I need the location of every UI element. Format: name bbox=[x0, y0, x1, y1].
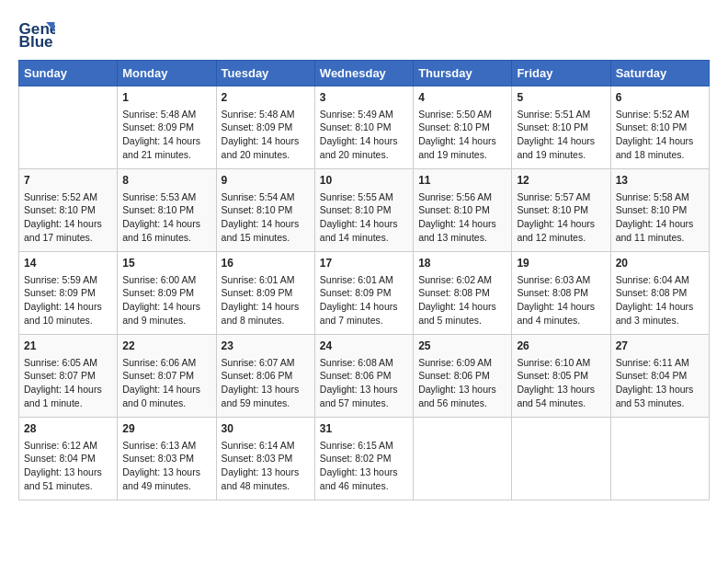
cell-content-line: Sunrise: 5:50 AM bbox=[418, 108, 506, 121]
cell-content-line: Daylight: 14 hours bbox=[122, 134, 210, 148]
cell-content-line: Sunset: 8:10 PM bbox=[122, 203, 210, 217]
calendar-cell: 11Sunrise: 5:56 AMSunset: 8:10 PMDayligh… bbox=[414, 169, 512, 252]
cell-content-line: Sunrise: 6:02 AM bbox=[418, 273, 506, 287]
cell-content-line: and 16 minutes. bbox=[122, 231, 210, 245]
logo-icon: General Blue bbox=[18, 18, 55, 51]
day-number: 29 bbox=[122, 421, 210, 437]
cell-content-line: Sunset: 8:10 PM bbox=[320, 121, 408, 134]
calendar-cell bbox=[19, 86, 118, 169]
day-number: 23 bbox=[222, 339, 310, 354]
cell-content-line: and 5 minutes. bbox=[418, 314, 506, 327]
cell-content-line: Sunset: 8:07 PM bbox=[24, 369, 112, 383]
day-number: 26 bbox=[517, 339, 605, 354]
cell-content-line: and 15 minutes. bbox=[222, 231, 310, 245]
cell-content-line: Daylight: 14 hours bbox=[222, 300, 310, 314]
cell-content-line: Daylight: 14 hours bbox=[418, 134, 506, 148]
cell-content-line: and 46 minutes. bbox=[320, 479, 408, 493]
cell-content-line: and 0 minutes. bbox=[122, 396, 210, 410]
calendar-cell: 18Sunrise: 6:02 AMSunset: 8:08 PMDayligh… bbox=[414, 252, 512, 335]
cell-content-line: Sunset: 8:10 PM bbox=[616, 203, 704, 217]
cell-content-line: Sunset: 8:09 PM bbox=[24, 286, 112, 300]
cell-content-line: Daylight: 13 hours bbox=[222, 383, 310, 396]
cell-content-line: and 14 minutes. bbox=[320, 231, 408, 245]
cell-content-line: Daylight: 14 hours bbox=[616, 217, 704, 231]
cell-content-line: Daylight: 14 hours bbox=[122, 217, 210, 231]
day-number: 16 bbox=[222, 256, 310, 271]
calendar-cell bbox=[414, 418, 512, 500]
cell-content-line: Sunrise: 6:15 AM bbox=[320, 439, 408, 453]
calendar-cell: 19Sunrise: 6:03 AMSunset: 8:08 PMDayligh… bbox=[512, 252, 610, 335]
cell-content-line: Daylight: 13 hours bbox=[616, 383, 704, 396]
calendar-week-4: 21Sunrise: 6:05 AMSunset: 8:07 PMDayligh… bbox=[19, 335, 710, 418]
calendar-cell: 16Sunrise: 6:01 AMSunset: 8:09 PMDayligh… bbox=[216, 252, 314, 335]
calendar-cell: 4Sunrise: 5:50 AMSunset: 8:10 PMDaylight… bbox=[414, 86, 512, 169]
cell-content-line: Sunset: 8:10 PM bbox=[418, 203, 506, 217]
cell-content-line: and 17 minutes. bbox=[24, 231, 112, 245]
cell-content-line: and 9 minutes. bbox=[122, 314, 210, 327]
cell-content-line: and 54 minutes. bbox=[517, 396, 605, 410]
cell-content-line: Daylight: 14 hours bbox=[517, 217, 605, 231]
cell-content-line: Sunrise: 5:49 AM bbox=[320, 108, 408, 121]
cell-content-line: Sunset: 8:09 PM bbox=[122, 121, 210, 134]
day-number: 8 bbox=[122, 173, 210, 189]
cell-content-line: Sunrise: 6:13 AM bbox=[122, 439, 210, 453]
cell-content-line: Sunrise: 5:58 AM bbox=[616, 190, 704, 204]
calendar-cell: 28Sunrise: 6:12 AMSunset: 8:04 PMDayligh… bbox=[19, 418, 118, 500]
day-header-thursday: Thursday bbox=[414, 61, 512, 86]
cell-content-line: Daylight: 14 hours bbox=[418, 217, 506, 231]
day-number: 6 bbox=[616, 90, 704, 106]
cell-content-line: Daylight: 14 hours bbox=[222, 134, 310, 148]
cell-content-line: Sunrise: 6:04 AM bbox=[616, 273, 704, 287]
calendar-cell: 12Sunrise: 5:57 AMSunset: 8:10 PMDayligh… bbox=[512, 169, 610, 252]
day-number: 30 bbox=[222, 421, 310, 437]
cell-content-line: Daylight: 14 hours bbox=[616, 300, 704, 314]
cell-content-line: and 7 minutes. bbox=[320, 314, 408, 327]
calendar-header-row: SundayMondayTuesdayWednesdayThursdayFrid… bbox=[19, 61, 710, 86]
cell-content-line: Sunrise: 5:53 AM bbox=[122, 190, 210, 204]
day-number: 4 bbox=[418, 90, 506, 106]
cell-content-line: Sunrise: 6:06 AM bbox=[122, 356, 210, 370]
calendar-cell: 31Sunrise: 6:15 AMSunset: 8:02 PMDayligh… bbox=[314, 418, 413, 500]
calendar-week-2: 7Sunrise: 5:52 AMSunset: 8:10 PMDaylight… bbox=[19, 169, 710, 252]
cell-content-line: Daylight: 13 hours bbox=[517, 383, 605, 396]
cell-content-line: Daylight: 13 hours bbox=[418, 383, 506, 396]
calendar-cell: 1Sunrise: 5:48 AMSunset: 8:09 PMDaylight… bbox=[118, 86, 216, 169]
cell-content-line: Sunrise: 6:07 AM bbox=[222, 356, 310, 370]
cell-content-line: Sunset: 8:10 PM bbox=[24, 203, 112, 217]
day-number: 31 bbox=[320, 421, 408, 437]
calendar-table: SundayMondayTuesdayWednesdayThursdayFrid… bbox=[18, 60, 710, 500]
day-number: 3 bbox=[320, 90, 408, 106]
day-number: 11 bbox=[418, 173, 506, 189]
day-number: 5 bbox=[517, 90, 605, 106]
cell-content-line: Sunrise: 5:52 AM bbox=[616, 108, 704, 121]
calendar-cell: 17Sunrise: 6:01 AMSunset: 8:09 PMDayligh… bbox=[314, 252, 413, 335]
calendar-cell: 22Sunrise: 6:06 AMSunset: 8:07 PMDayligh… bbox=[118, 335, 216, 418]
cell-content-line: Sunrise: 6:05 AM bbox=[24, 356, 112, 370]
logo: General Blue bbox=[18, 18, 59, 51]
calendar-week-5: 28Sunrise: 6:12 AMSunset: 8:04 PMDayligh… bbox=[19, 418, 710, 500]
day-number: 25 bbox=[418, 339, 506, 354]
day-number: 12 bbox=[517, 173, 605, 189]
calendar-week-3: 14Sunrise: 5:59 AMSunset: 8:09 PMDayligh… bbox=[19, 252, 710, 335]
svg-text:Blue: Blue bbox=[19, 33, 53, 51]
cell-content-line: Daylight: 14 hours bbox=[122, 383, 210, 396]
cell-content-line: and 56 minutes. bbox=[418, 396, 506, 410]
cell-content-line: and 20 minutes. bbox=[320, 148, 408, 162]
cell-content-line: and 20 minutes. bbox=[222, 148, 310, 162]
cell-content-line: Daylight: 14 hours bbox=[24, 217, 112, 231]
cell-content-line: Sunrise: 6:10 AM bbox=[517, 356, 605, 370]
cell-content-line: Sunset: 8:09 PM bbox=[122, 286, 210, 300]
calendar-week-1: 1Sunrise: 5:48 AMSunset: 8:09 PMDaylight… bbox=[19, 86, 710, 169]
cell-content-line: Sunrise: 5:59 AM bbox=[24, 273, 112, 287]
day-header-saturday: Saturday bbox=[610, 61, 709, 86]
cell-content-line: Sunset: 8:10 PM bbox=[517, 121, 605, 134]
calendar-cell: 10Sunrise: 5:55 AMSunset: 8:10 PMDayligh… bbox=[314, 169, 413, 252]
cell-content-line: Sunset: 8:10 PM bbox=[320, 203, 408, 217]
calendar-cell: 14Sunrise: 5:59 AMSunset: 8:09 PMDayligh… bbox=[19, 252, 118, 335]
day-number: 15 bbox=[122, 256, 210, 271]
calendar-cell: 9Sunrise: 5:54 AMSunset: 8:10 PMDaylight… bbox=[216, 169, 314, 252]
cell-content-line: Sunrise: 6:01 AM bbox=[222, 273, 310, 287]
cell-content-line: Sunset: 8:03 PM bbox=[222, 452, 310, 465]
cell-content-line: Daylight: 14 hours bbox=[24, 383, 112, 396]
day-number: 13 bbox=[616, 173, 704, 189]
